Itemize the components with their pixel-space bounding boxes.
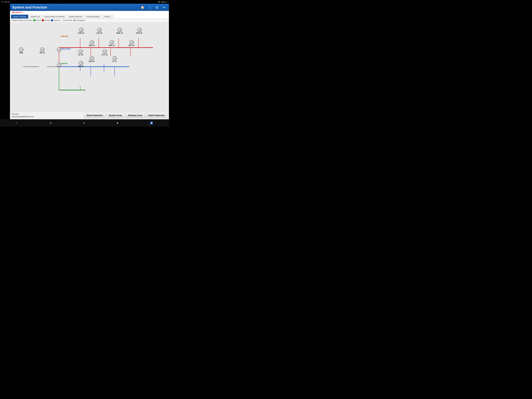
node-abs03[interactable]: ABS_03	[89, 40, 95, 46]
user-button[interactable]: 👤	[147, 5, 152, 10]
tab-system-list[interactable]: System List	[29, 15, 42, 19]
vehicle-vin: VIN WVWZZZ6RZBY017120	[12, 115, 84, 118]
tab-funcao-especiais[interactable]: função especiais	[67, 15, 84, 19]
node-rio56[interactable]: RIO_56	[78, 61, 83, 67]
node-weg25[interactable]: WEG_25	[116, 28, 123, 34]
eze09-label: EZE_09	[89, 61, 95, 62]
home-button[interactable]: 🏠	[140, 5, 145, 10]
eze09-circle	[89, 56, 94, 60]
tab-lista-todos[interactable]: Lista de todos os sistemas	[42, 15, 66, 19]
srs15-circle	[109, 40, 114, 44]
tab-funcoes-guiadas[interactable]: Funções guiadas	[84, 15, 101, 19]
ic17-circle	[112, 56, 117, 60]
node-ic17[interactable]: IC_17	[112, 56, 117, 62]
node-bar61[interactable]: BAR_61	[136, 28, 142, 34]
lkp04-label: LKP_04	[96, 32, 102, 34]
ic17-label: IC_17	[112, 61, 117, 62]
legend-scanned-label: Scanned	[53, 19, 60, 21]
vehicle-info: VW 2011 VIN WVWZZZ6RZBY017120	[12, 113, 84, 118]
junction-circle	[57, 47, 61, 52]
status-left: 2° ✉ ⊗ ⊘ •	[1, 1, 10, 3]
legend-bar: *Support sliding up and down Normal Anor…	[10, 19, 169, 22]
legend-not-equipped-label: Not Equipped	[76, 19, 85, 21]
rio56-circle	[79, 61, 83, 65]
node-ac08[interactable]: AC_08	[78, 49, 83, 56]
nav-home-button[interactable]: ●	[81, 120, 88, 125]
not-equipped-dot	[73, 19, 75, 21]
srs15-label: SRS_15	[109, 44, 115, 46]
node-ecm01[interactable]: ECM_01	[78, 28, 84, 34]
rio56-label: RIO_56	[78, 65, 83, 67]
node-eps44[interactable]: EPS_44	[129, 40, 134, 46]
node-lkp04[interactable]: LKP_04	[96, 28, 102, 34]
footer: VW 2011 VIN WVWZZZ6RZBY017120 Smart Dete…	[10, 111, 169, 119]
nav-recent-button[interactable]: ■	[114, 120, 121, 125]
ecm01-circle	[79, 28, 83, 32]
legend-anormal: Anormal	[42, 19, 50, 21]
lkp04-circle	[97, 28, 101, 32]
nav-back-button[interactable]: ◄	[47, 120, 54, 125]
scanned-dot	[51, 19, 53, 21]
nav-menu-button[interactable]: >	[13, 120, 20, 125]
weg25-label: WEG_25	[116, 32, 123, 34]
system-scan-button[interactable]: System Scan	[106, 113, 125, 118]
node-srs15[interactable]: SRS_15	[109, 40, 115, 46]
select-detection-button[interactable]: Select Detection	[146, 113, 167, 118]
nav-accessibility-button[interactable]: ♿	[147, 120, 156, 126]
exit-button[interactable]: ↪	[161, 5, 167, 10]
can-info-junction-circle	[57, 63, 61, 67]
node-pla10[interactable]: PLA_10	[102, 49, 108, 56]
app-header: System and Function 🏠 👤 🖨 ↪	[10, 4, 169, 11]
legend-anormal-label: Anormal	[44, 19, 50, 21]
wifi-icon: ▾	[161, 1, 162, 3]
bar61-label: BAR_61	[136, 32, 142, 34]
vehicle-year: VW 2011	[12, 113, 84, 115]
smart-detection-button[interactable]: Smart Detection	[84, 113, 106, 118]
node-eze09[interactable]: EZE_09	[89, 56, 95, 62]
can-info-label: CAN-Info	[61, 63, 67, 64]
pla10-label: PLA_10	[102, 54, 108, 56]
normal-dot	[33, 19, 35, 21]
footer-buttons: Smart Detection System Scan Gateway Scan…	[84, 113, 167, 118]
breadcrumb[interactable]: VW V28.75 >	[10, 11, 169, 14]
legend-scanned: Scanned	[51, 19, 60, 21]
gateway-scan-button[interactable]: Gateway Scan	[125, 113, 145, 118]
tab-bar: System Topology System List Lista de tod…	[10, 14, 169, 19]
page-title: System and Function	[12, 5, 138, 9]
ac08-circle	[78, 49, 83, 54]
pla10-circle	[102, 49, 107, 54]
can-drive-label: CAN-Drive	[61, 35, 69, 37]
anormal-dot	[42, 19, 44, 21]
battery-icon: ▮	[162, 1, 163, 3]
bar61-circle	[137, 28, 141, 32]
android-nav-bar: > ◄ ● ■ ♿	[0, 119, 169, 127]
weg25-circle	[117, 28, 122, 32]
node-can-info-junction	[57, 63, 61, 67]
topology-lines	[10, 22, 169, 111]
print-button[interactable]: 🖨	[154, 5, 160, 10]
battery-level: 81	[164, 1, 166, 3]
node-obd[interactable]: OBD	[19, 47, 23, 54]
status-bar: 2° ✉ ⊗ ⊘ • ✱ ▾ ▮ 81 ⌇	[0, 0, 169, 4]
ac08-label: AC_08	[78, 54, 83, 56]
legend-not-equipped: Not Equipped	[73, 19, 85, 21]
obd-circle	[19, 47, 23, 52]
can-comfort-label: CAN-Comfort	[61, 48, 71, 50]
topology-diagram: CAN-Drive CAN-Comfort CAN-Info OBD GW_19…	[10, 22, 169, 111]
abs03-circle	[90, 40, 94, 44]
legend-not-scanned-label: Not Scanned	[63, 19, 72, 21]
node-junction	[57, 47, 61, 52]
bluetooth-icon: ✱	[158, 1, 160, 3]
legend-not-scanned: Not Scanned	[61, 19, 72, 21]
tab-system-topology[interactable]: System Topology	[11, 15, 28, 19]
eps44-circle	[129, 40, 134, 44]
gw19-circle	[40, 47, 44, 52]
status-right: ✱ ▾ ▮ 81 ⌇	[158, 1, 168, 3]
not-scanned-dot	[61, 19, 63, 21]
gw19-label: GW_19	[39, 52, 45, 54]
status-icons: ✉ ⊗ ⊘ •	[4, 1, 10, 3]
tab-funcao-overflow[interactable]: Função ...	[102, 15, 114, 19]
ecm01-label: ECM_01	[78, 32, 84, 34]
legend-prefix: *Support sliding up and down	[12, 19, 32, 21]
node-gw19[interactable]: GW_19	[39, 47, 45, 54]
